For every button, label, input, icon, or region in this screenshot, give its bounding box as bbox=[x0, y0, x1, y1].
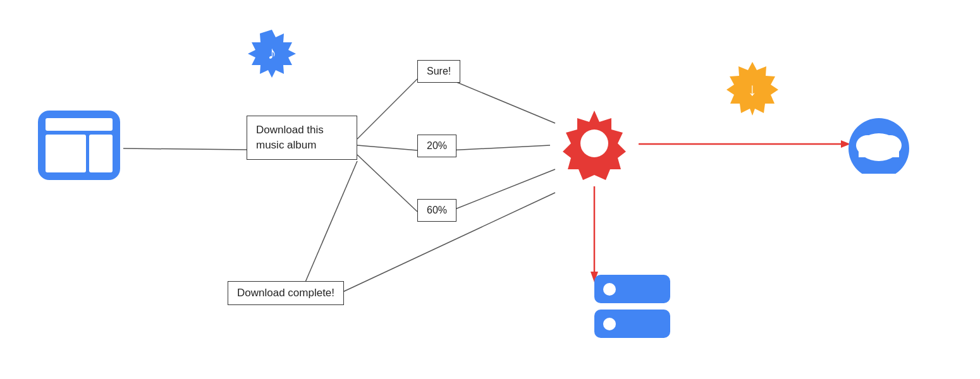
svg-line-6 bbox=[449, 79, 555, 123]
music-badge-icon: ♪ bbox=[247, 28, 297, 79]
db-dot-2 bbox=[603, 318, 616, 330]
database-icon-2 bbox=[594, 310, 670, 338]
browser-right-panel bbox=[89, 135, 113, 172]
sixty-percent-message: 60% bbox=[417, 199, 456, 222]
svg-line-3 bbox=[357, 145, 417, 150]
db-dot-1 bbox=[603, 283, 616, 296]
browser-bottom bbox=[46, 135, 113, 172]
svg-rect-21 bbox=[859, 146, 899, 157]
svg-text:♪: ♪ bbox=[267, 43, 276, 63]
svg-line-4 bbox=[357, 155, 417, 212]
database-icon-1 bbox=[594, 275, 670, 303]
svg-text:↓: ↓ bbox=[748, 80, 757, 99]
browser-left-panel bbox=[46, 135, 86, 172]
svg-point-15 bbox=[580, 129, 608, 157]
download-album-message: Download this music album bbox=[247, 116, 357, 160]
svg-line-8 bbox=[449, 169, 555, 212]
svg-line-7 bbox=[449, 145, 550, 150]
cloud-storage-icon bbox=[841, 111, 917, 174]
processing-gear-icon bbox=[550, 98, 639, 186]
svg-line-2 bbox=[357, 79, 417, 139]
download-complete-message: Download complete! bbox=[228, 281, 344, 305]
browser-icon bbox=[38, 111, 120, 180]
download-badge-icon: ↓ bbox=[724, 60, 781, 117]
svg-line-0 bbox=[123, 148, 247, 150]
diagram-container: ♪ Download this music album Sure! 20% 60… bbox=[0, 0, 980, 379]
svg-line-5 bbox=[300, 161, 357, 294]
browser-top-bar bbox=[46, 118, 113, 131]
twenty-percent-message: 20% bbox=[417, 135, 456, 157]
sure-message: Sure! bbox=[417, 60, 460, 83]
arrows-svg bbox=[0, 0, 980, 379]
